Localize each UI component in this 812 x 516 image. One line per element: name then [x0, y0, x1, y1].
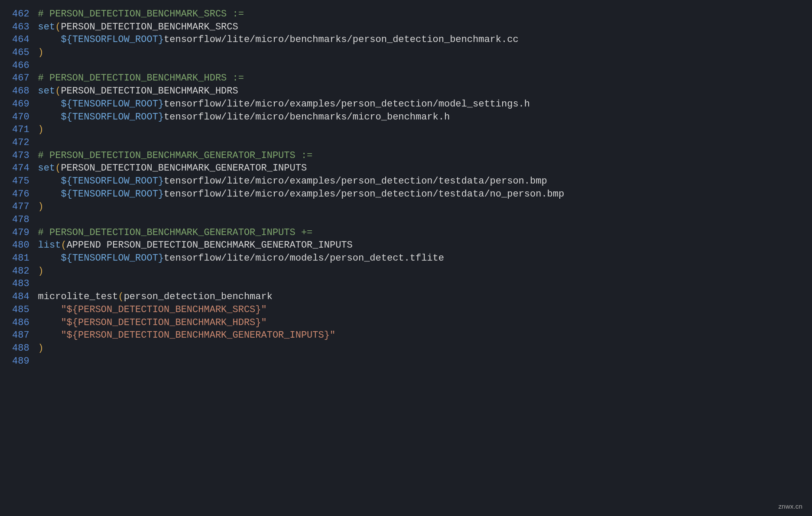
code-content[interactable]: set(PERSON_DETECTION_BENCHMARK_GENERATOR… — [38, 162, 565, 175]
code-line[interactable]: 479# PERSON_DETECTION_BENCHMARK_GENERATO… — [0, 226, 564, 239]
code-line[interactable]: 487 "${PERSON_DETECTION_BENCHMARK_GENERA… — [0, 329, 564, 342]
code-token: set — [38, 86, 55, 97]
code-content[interactable]: set(PERSON_DETECTION_BENCHMARK_SRCS — [38, 21, 565, 34]
code-line[interactable]: 478 — [0, 213, 564, 226]
code-content[interactable] — [38, 355, 565, 368]
code-line[interactable]: 482) — [0, 265, 564, 278]
code-line[interactable]: 489 — [0, 355, 564, 368]
code-token: # PERSON_DETECTION_BENCHMARK_SRCS := — [38, 9, 244, 19]
code-content[interactable]: ) — [38, 123, 565, 136]
code-editor[interactable]: 462# PERSON_DETECTION_BENCHMARK_SRCS :=4… — [0, 8, 564, 368]
line-number: 463 — [0, 21, 38, 34]
line-number: 480 — [0, 239, 38, 252]
code-content[interactable]: # PERSON_DETECTION_BENCHMARK_GENERATOR_I… — [38, 149, 565, 162]
code-line[interactable]: 463set(PERSON_DETECTION_BENCHMARK_SRCS — [0, 21, 564, 34]
code-line[interactable]: 484microlite_test(person_detection_bench… — [0, 290, 564, 303]
code-line[interactable]: 476 ${TENSORFLOW_ROOT}tensorflow/lite/mi… — [0, 188, 564, 201]
code-content[interactable]: ) — [38, 265, 565, 278]
code-token — [38, 189, 61, 200]
code-line[interactable]: 480list(APPEND PERSON_DETECTION_BENCHMAR… — [0, 239, 564, 252]
line-number: 477 — [0, 200, 38, 213]
line-number: 478 — [0, 213, 38, 226]
code-line[interactable]: 485 "${PERSON_DETECTION_BENCHMARK_SRCS}" — [0, 303, 564, 316]
code-token: set — [38, 163, 55, 174]
line-number: 473 — [0, 149, 38, 162]
code-content[interactable]: "${PERSON_DETECTION_BENCHMARK_HDRS}" — [38, 316, 565, 329]
code-token: tensorflow/lite/micro/benchmarks/person_… — [164, 34, 519, 45]
code-content[interactable]: ${TENSORFLOW_ROOT}tensorflow/lite/micro/… — [38, 33, 565, 46]
line-number: 487 — [0, 329, 38, 342]
code-content[interactable] — [38, 277, 565, 290]
code-token: ${TENSORFLOW_ROOT} — [61, 253, 164, 264]
code-content[interactable]: # PERSON_DETECTION_BENCHMARK_HDRS := — [38, 72, 565, 85]
code-token: PERSON_DETECTION_BENCHMARK_SRCS — [61, 22, 238, 32]
code-content[interactable]: ${TENSORFLOW_ROOT}tensorflow/lite/micro/… — [38, 111, 565, 124]
line-number: 488 — [0, 342, 38, 355]
code-line[interactable]: 477) — [0, 200, 564, 213]
code-content[interactable]: "${PERSON_DETECTION_BENCHMARK_GENERATOR_… — [38, 329, 565, 342]
code-token: ${TENSORFLOW_ROOT} — [61, 99, 164, 110]
code-content[interactable]: ${TENSORFLOW_ROOT}tensorflow/lite/micro/… — [38, 252, 565, 265]
code-content[interactable]: ) — [38, 46, 565, 59]
code-content[interactable]: # PERSON_DETECTION_BENCHMARK_SRCS := — [38, 8, 565, 21]
code-token — [38, 34, 61, 45]
code-token: ( — [61, 240, 66, 251]
line-number: 475 — [0, 175, 38, 188]
code-line[interactable]: 475 ${TENSORFLOW_ROOT}tensorflow/lite/mi… — [0, 175, 564, 188]
code-line[interactable]: 488) — [0, 342, 564, 355]
code-content[interactable]: "${PERSON_DETECTION_BENCHMARK_SRCS}" — [38, 303, 565, 316]
code-content[interactable]: ${TENSORFLOW_ROOT}tensorflow/lite/micro/… — [38, 188, 565, 201]
line-number: 471 — [0, 123, 38, 136]
code-token: ) — [38, 201, 44, 212]
line-number: 469 — [0, 98, 38, 111]
line-number: 483 — [0, 277, 38, 290]
code-line[interactable]: 473# PERSON_DETECTION_BENCHMARK_GENERATO… — [0, 149, 564, 162]
code-line[interactable]: 467# PERSON_DETECTION_BENCHMARK_HDRS := — [0, 72, 564, 85]
code-content[interactable]: # PERSON_DETECTION_BENCHMARK_GENERATOR_I… — [38, 226, 565, 239]
code-content[interactable]: ${TENSORFLOW_ROOT}tensorflow/lite/micro/… — [38, 98, 565, 111]
code-token: "${PERSON_DETECTION_BENCHMARK_HDRS}" — [61, 317, 266, 328]
code-token: tensorflow/lite/micro/examples/person_de… — [164, 99, 530, 110]
code-line[interactable]: 483 — [0, 277, 564, 290]
code-token: # PERSON_DETECTION_BENCHMARK_GENERATOR_I… — [38, 227, 313, 238]
code-line[interactable]: 471) — [0, 123, 564, 136]
line-number: 482 — [0, 265, 38, 278]
code-token: ( — [118, 291, 123, 302]
code-line[interactable]: 466 — [0, 59, 564, 72]
code-content[interactable] — [38, 59, 565, 72]
code-line[interactable]: 465) — [0, 46, 564, 59]
code-line[interactable]: 470 ${TENSORFLOW_ROOT}tensorflow/lite/mi… — [0, 111, 564, 124]
code-line[interactable]: 469 ${TENSORFLOW_ROOT}tensorflow/lite/mi… — [0, 98, 564, 111]
code-token: ) — [38, 266, 44, 277]
code-token: ${TENSORFLOW_ROOT} — [61, 34, 164, 45]
code-token: ${TENSORFLOW_ROOT} — [61, 112, 164, 123]
code-content[interactable]: ) — [38, 200, 565, 213]
code-content[interactable]: ${TENSORFLOW_ROOT}tensorflow/lite/micro/… — [38, 175, 565, 188]
watermark-label: znwx.cn — [778, 502, 802, 511]
code-content[interactable]: set(PERSON_DETECTION_BENCHMARK_HDRS — [38, 85, 565, 98]
code-token: tensorflow/lite/micro/benchmarks/micro_b… — [164, 112, 450, 123]
code-token: APPEND PERSON_DETECTION_BENCHMARK_GENERA… — [67, 240, 353, 251]
code-content[interactable]: ) — [38, 342, 565, 355]
code-content[interactable]: microlite_test(person_detection_benchmar… — [38, 290, 565, 303]
code-token: ( — [55, 163, 61, 174]
code-line[interactable]: 472 — [0, 136, 564, 149]
code-token: PERSON_DETECTION_BENCHMARK_HDRS — [61, 86, 238, 97]
line-number: 489 — [0, 355, 38, 368]
code-content[interactable]: list(APPEND PERSON_DETECTION_BENCHMARK_G… — [38, 239, 565, 252]
code-content[interactable] — [38, 136, 565, 149]
code-line[interactable]: 464 ${TENSORFLOW_ROOT}tensorflow/lite/mi… — [0, 33, 564, 46]
code-line[interactable]: 474set(PERSON_DETECTION_BENCHMARK_GENERA… — [0, 162, 564, 175]
code-line[interactable]: 481 ${TENSORFLOW_ROOT}tensorflow/lite/mi… — [0, 252, 564, 265]
code-line[interactable]: 468set(PERSON_DETECTION_BENCHMARK_HDRS — [0, 85, 564, 98]
code-line[interactable]: 486 "${PERSON_DETECTION_BENCHMARK_HDRS}" — [0, 316, 564, 329]
code-token — [38, 253, 61, 264]
code-token: ) — [38, 343, 44, 354]
code-line[interactable]: 462# PERSON_DETECTION_BENCHMARK_SRCS := — [0, 8, 564, 21]
code-token — [38, 330, 61, 341]
code-token: ) — [38, 124, 44, 135]
code-content[interactable] — [38, 213, 565, 226]
line-number: 464 — [0, 33, 38, 46]
line-number: 479 — [0, 226, 38, 239]
line-number: 470 — [0, 111, 38, 124]
